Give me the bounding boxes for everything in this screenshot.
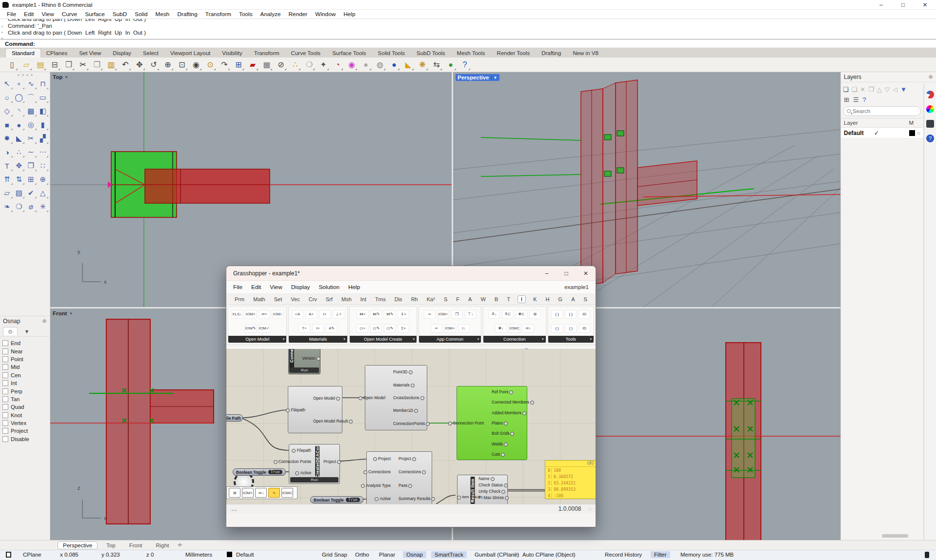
toggle-value[interactable]: True (268, 470, 282, 474)
palette-tool-icon[interactable]: ⊓ (37, 78, 49, 90)
gh-run-button[interactable]: Run (290, 477, 339, 483)
menu-item[interactable]: File (3, 11, 20, 18)
palette-tool-icon[interactable]: ↖ (1, 78, 13, 90)
gh-maximize-button[interactable]: □ (557, 266, 576, 280)
gh-node-result-item[interactable]: Item Result Result Item NameCheck Status… (457, 475, 508, 504)
osnap-checkbox[interactable] (2, 396, 8, 402)
gh-group-label[interactable]: App Common (419, 336, 481, 343)
node-output[interactable]: Name (475, 476, 493, 481)
node-input[interactable]: Open Model (360, 395, 389, 400)
gh-tab[interactable]: B (493, 296, 499, 303)
menu-item[interactable]: Analyze (257, 11, 285, 18)
osnap-checkbox[interactable] (2, 340, 8, 346)
node-input[interactable]: Active (376, 496, 394, 501)
status-units[interactable]: Millimeters (185, 552, 212, 558)
toolbar-icon[interactable]: ✂ (78, 59, 88, 70)
gh-mini-icon[interactable]: IOMC (281, 488, 293, 498)
gh-component-icon[interactable]: ▭+ (357, 324, 368, 333)
palette-tool-icon[interactable]: ⇅ (13, 174, 25, 185)
node-input[interactable]: Project (375, 456, 394, 461)
node-output[interactable]: Ref Point (488, 389, 512, 394)
gh-tab[interactable]: I (518, 295, 526, 303)
menu-item[interactable]: Transform (201, 11, 235, 18)
menu-item[interactable]: Render (285, 11, 312, 18)
palette-tool-icon[interactable]: ○ (1, 92, 13, 103)
layers-toolbar-icon[interactable]: ? (863, 96, 866, 103)
toolbar-icon[interactable]: ◣ (403, 59, 414, 70)
viewport-tab[interactable]: Front (124, 542, 147, 549)
toolbar-icon[interactable]: ? (459, 59, 470, 70)
status-smarttrack[interactable]: SmartTrack (431, 551, 467, 558)
minimize-button[interactable]: – (870, 0, 892, 9)
palette-tool-icon[interactable]: ⊕ (37, 174, 49, 185)
toolbar-icon[interactable]: ◔ (332, 59, 343, 70)
toolbar-tab[interactable]: Visibility (216, 49, 248, 58)
palette-tool-icon[interactable]: ⊞ (25, 174, 37, 185)
palette-tool-icon[interactable]: ◣ (13, 133, 25, 144)
status-cplane[interactable]: CPlane (23, 552, 41, 558)
toolbar-icon[interactable]: ▤ (35, 59, 46, 70)
layers-gear-icon[interactable]: ✱ (928, 74, 933, 80)
viewport-tab[interactable]: Perspective (58, 541, 98, 549)
toolbar-icon[interactable]: ↷ (219, 59, 230, 70)
gh-component-icon[interactable]: ≚C (502, 310, 514, 319)
gh-menu-item[interactable]: View (270, 284, 287, 290)
layer-material-circle[interactable]: ○ (917, 130, 920, 136)
node-output[interactable]: Added Members (488, 410, 525, 415)
gh-component-icon[interactable]: ▭✎ (370, 324, 382, 333)
palette-tool-icon[interactable]: ✳ (37, 201, 49, 212)
gh-close-button[interactable]: ✕ (576, 266, 596, 280)
gh-tab[interactable]: Set (273, 296, 284, 303)
gh-run-button[interactable]: Run (290, 367, 319, 373)
osnap-checkbox[interactable] (2, 356, 8, 362)
node-output[interactable]: Version (299, 356, 319, 361)
toolbar-icon[interactable]: ❍ (304, 59, 315, 70)
status-gumball[interactable]: Gumball (CPlane) (475, 552, 519, 558)
node-output[interactable]: Summary Results (395, 496, 434, 501)
palette-tool-icon[interactable]: ∿ (25, 78, 37, 90)
node-input[interactable]: Connections (365, 469, 394, 474)
palette-tool-icon[interactable]: ⌒ (25, 92, 37, 103)
gh-canvas[interactable]: Connection Version Run File Path Filepat… (226, 349, 596, 504)
layers-toolbar-icon[interactable]: ❐ (868, 86, 874, 93)
status-record-history[interactable]: Record History (605, 552, 642, 558)
gh-node-deconstruct-open-model[interactable]: Open Model Deconstruct Open Model (IOM) … (365, 365, 427, 430)
toolbar-tab[interactable]: Render Tools (491, 49, 536, 58)
gh-tab[interactable]: S (582, 296, 589, 303)
toolbar-icon[interactable]: ● (389, 59, 399, 70)
gh-component-icon[interactable]: A+ (305, 310, 317, 319)
palette-tool-icon[interactable]: ▭ (37, 92, 49, 103)
gh-component-icon[interactable]: ∞ (431, 324, 442, 333)
osnap-gear-icon[interactable]: ✱ (42, 318, 47, 325)
gh-tab[interactable]: Msh (340, 296, 353, 303)
toolbar-tab[interactable]: Curve Tools (285, 49, 327, 58)
gh-component-icon[interactable]: I+ (319, 310, 331, 319)
palette-tool-icon[interactable]: ◝ (13, 105, 25, 117)
gh-component-icon[interactable]: ⌐A (292, 310, 303, 319)
status-layer[interactable]: Default (236, 552, 254, 558)
toolbar-icon[interactable]: ↶ (120, 59, 131, 70)
display-panel-icon[interactable] (926, 91, 934, 98)
node-output[interactable]: Connected Members (488, 400, 533, 405)
osnap-checkbox[interactable] (2, 388, 8, 394)
osnap-checkbox[interactable] (2, 412, 8, 418)
menu-item[interactable]: Surface (81, 11, 109, 18)
toolbar-icon[interactable]: ✦ (318, 59, 329, 70)
node-input[interactable]: Analysis Type (362, 483, 394, 488)
layers-toolbar-icon[interactable]: ❏ (852, 86, 857, 93)
palette-tool-icon[interactable]: ✔ (25, 187, 37, 199)
palette-tool-icon[interactable]: ❧ (1, 201, 13, 212)
gh-tab[interactable]: Prm (233, 296, 246, 303)
gh-tab[interactable]: Ka² (425, 296, 437, 303)
gh-component-icon[interactable]: ⋈✎ (384, 310, 396, 319)
gh-component-icon[interactable]: IOM+ (444, 324, 456, 333)
node-input[interactable]: Active (297, 470, 315, 475)
node-output[interactable]: PI Max Stress (475, 495, 507, 500)
toolbar-icon[interactable]: ⊡ (177, 59, 187, 70)
gh-boolean-toggle[interactable]: Boolean ToggleTrue (233, 468, 286, 476)
node-output[interactable]: Cuts (488, 452, 503, 457)
gh-component-icon[interactable]: ⇓+ (398, 310, 409, 319)
toolbar-tab[interactable]: Select (137, 49, 164, 58)
toolbar-icon[interactable]: ⊕ (162, 59, 173, 70)
gh-component-icon[interactable]: { } (551, 310, 563, 319)
